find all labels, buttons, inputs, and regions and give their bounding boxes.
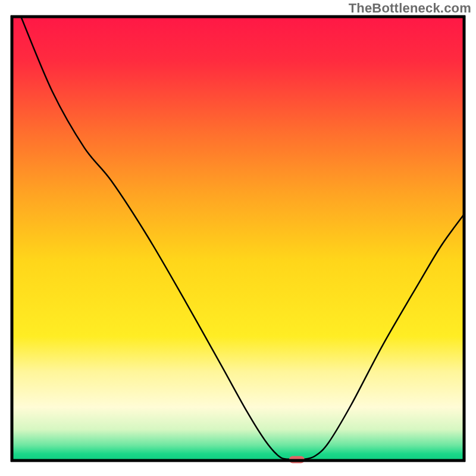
plot-background xyxy=(12,17,464,461)
watermark-text: TheBottleneck.com xyxy=(349,1,471,16)
chart-container: TheBottleneck.com xyxy=(0,0,476,476)
bottleneck-chart xyxy=(0,0,476,476)
